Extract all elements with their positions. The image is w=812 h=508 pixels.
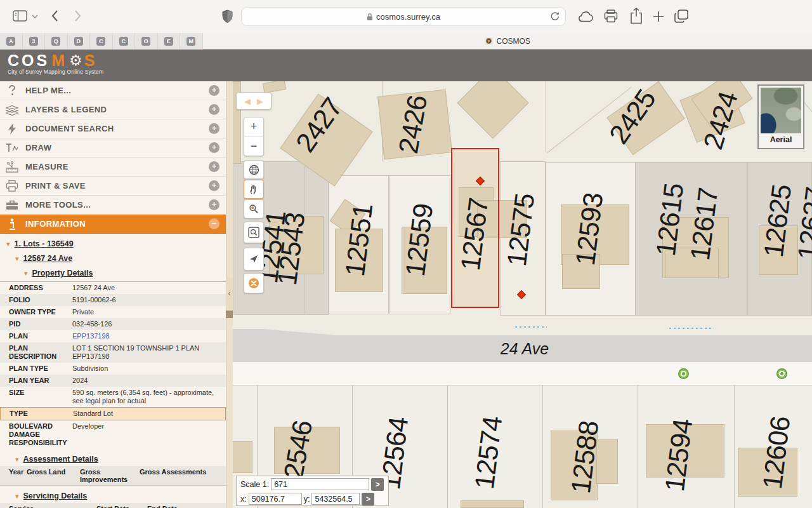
full-extent-button[interactable] [244, 160, 264, 179]
building [461, 500, 524, 508]
locate-me-button[interactable] [244, 248, 264, 271]
x-label: x: [239, 495, 247, 504]
share-icon[interactable] [630, 8, 643, 24]
active-tab-label: COSMOS [497, 37, 530, 46]
pinned-tab-icon: D [74, 37, 83, 46]
expand-plus-icon[interactable]: + [209, 180, 219, 191]
zoom-in-button[interactable]: + [244, 117, 263, 137]
address-tree-node[interactable]: ▾ 12567 24 Ave [0, 254, 226, 263]
building [457, 81, 528, 139]
sidebar-item-label: INFORMATION [25, 219, 86, 229]
lots-link[interactable]: 1. Lots - 136549 [15, 239, 74, 248]
expand-plus-icon[interactable]: + [209, 199, 219, 210]
pinned-tab[interactable]: A [0, 33, 23, 50]
servicing-details-link[interactable]: Servicing Details [23, 491, 88, 500]
expand-plus-icon[interactable]: + [209, 161, 219, 172]
measure-icon [5, 160, 19, 174]
cloud-icon[interactable] [577, 11, 594, 22]
pinned-tab-icon: A [6, 37, 15, 46]
logo-cos: COS [8, 52, 49, 69]
assessment-header-row: Year Gross Land Gross Improvements Gross… [0, 466, 226, 486]
expand-plus-icon[interactable]: + [209, 142, 219, 153]
table-row: SIZE590 sq. meters (6,354 sq. feet) - ap… [0, 387, 226, 407]
plan-link[interactable]: EPP137198 [72, 332, 110, 340]
new-tab-icon[interactable] [653, 11, 664, 22]
url-text: cosmos.surrey.ca [376, 12, 440, 22]
collapse-minus-icon[interactable]: − [209, 218, 219, 229]
url-bar[interactable]: cosmos.surrey.ca [241, 7, 566, 26]
sidebar-item-help[interactable]: HELP ME... + [0, 81, 226, 100]
reload-icon[interactable] [550, 11, 560, 22]
parcel-boundary [638, 385, 638, 508]
map-canvas[interactable]: 24 Ave 2427 2426 2425 2424 12541 12543 1… [233, 81, 812, 508]
tree-arrow-icon[interactable]: ▾ [6, 240, 10, 248]
expand-plus-icon[interactable]: + [209, 123, 219, 134]
tree-arrow-icon[interactable]: ▾ [15, 492, 19, 500]
print-icon[interactable] [604, 10, 618, 23]
pan-tool-button[interactable] [244, 180, 264, 199]
sidebar-toggle-icon[interactable] [13, 10, 28, 22]
active-tab[interactable]: COSMOS [203, 33, 812, 49]
sidebar-item-measure[interactable]: MEASURE + [0, 157, 226, 177]
assessment-tree-node[interactable]: ▾ Assessment Details [0, 455, 226, 464]
sidebar-item-draw[interactable]: DRAW + [0, 138, 226, 157]
address-link[interactable]: 12567 24 Ave [23, 254, 73, 263]
map-forward-icon[interactable]: ▶ [257, 97, 263, 106]
browser-toolbar: cosmos.surrey.ca [0, 0, 812, 33]
zoom-to-point-button[interactable] [244, 199, 264, 218]
pinned-tab-icon: 3 [29, 37, 38, 46]
identify-search-button[interactable] [244, 222, 264, 243]
sidebar-item-print-save[interactable]: PRINT & SAVE + [0, 177, 226, 196]
clear-selection-button[interactable] [244, 273, 264, 293]
pinned-tab[interactable]: C [90, 33, 113, 50]
expand-plus-icon[interactable]: + [209, 104, 219, 115]
sidebar-item-more-tools[interactable]: MORE TOOLS... + [0, 196, 226, 215]
sidebar-chevron-icon[interactable] [32, 15, 38, 19]
pinned-tab[interactable]: D [68, 33, 91, 50]
pinned-tab[interactable]: M [180, 33, 203, 50]
parcel-boundary [546, 81, 546, 152]
parcel-boundary [447, 385, 448, 508]
property-details-link[interactable]: Property Details [32, 269, 93, 277]
tree-arrow-icon[interactable]: ▾ [15, 255, 19, 263]
tree-arrow-icon[interactable]: ▾ [24, 269, 28, 277]
map-back-icon[interactable]: ◀ [244, 97, 251, 106]
back-icon[interactable] [51, 10, 58, 22]
privacy-shield-icon[interactable] [222, 10, 233, 23]
go-to-coordinate-button[interactable]: > [362, 493, 374, 505]
y-coordinate-input[interactable] [311, 493, 360, 505]
globe-icon [249, 164, 259, 175]
pinned-tab-icon: C [96, 37, 105, 46]
pinned-tab[interactable]: E [158, 33, 181, 50]
utility-dashed-line [515, 326, 547, 328]
pinned-tab[interactable]: O [135, 33, 158, 50]
x-coordinate-input[interactable] [249, 493, 302, 505]
collapse-panel-handle[interactable]: ‹ [226, 277, 233, 309]
pinned-tab[interactable]: Q [45, 33, 68, 50]
scale-input[interactable] [271, 478, 369, 490]
sidebar-item-layers[interactable]: LAYERS & LEGEND + [0, 100, 226, 119]
table-row: OWNER TYPEPrivate [0, 306, 226, 318]
property-details-tree-node[interactable]: ▾ Property Details [0, 269, 226, 277]
table-row: PLANEPP137198 [0, 330, 226, 342]
zoom-out-button[interactable]: − [244, 137, 263, 156]
forward-icon[interactable] [74, 10, 82, 22]
apply-scale-button[interactable]: > [371, 478, 384, 491]
scale-label: Scale 1: [239, 480, 269, 489]
tab-strip: A 3 Q D C C O E M COSMOS [0, 33, 812, 50]
sidebar-item-document-search[interactable]: DOCUMENT SEARCH + [0, 119, 226, 138]
lots-tree-node[interactable]: ▾ 1. Lots - 136549 [0, 239, 226, 248]
servicing-tree-node[interactable]: ▾ Servicing Details [0, 491, 226, 500]
expand-plus-icon[interactable]: + [209, 85, 219, 96]
sidebar-item-information[interactable]: INFORMATION − [0, 215, 226, 234]
aerial-label: Aerial [761, 135, 801, 144]
toolbox-icon [5, 198, 19, 212]
basemap-switcher[interactable]: Aerial [757, 84, 804, 149]
pinned-tab[interactable]: 3 [23, 33, 46, 50]
tree-arrow-icon[interactable]: ▾ [15, 455, 19, 464]
pinned-tab[interactable]: C [113, 33, 136, 50]
tab-overview-icon[interactable] [674, 10, 688, 23]
pinned-tab-icon: E [164, 37, 173, 46]
property-table: ADDRESS12567 24 Ave FOLIO5191-00062-6 OW… [0, 281, 226, 449]
assessment-details-link[interactable]: Assessment Details [23, 455, 98, 464]
